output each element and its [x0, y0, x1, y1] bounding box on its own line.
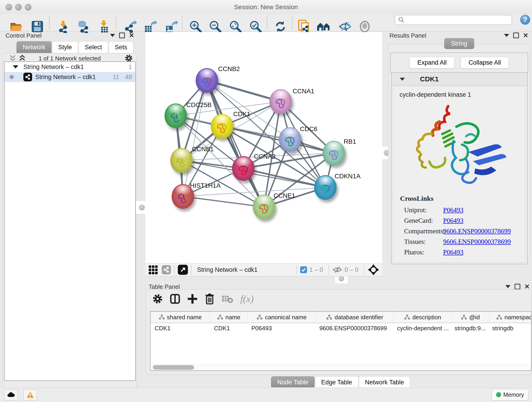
network-edge[interactable] — [183, 80, 207, 196]
panel-float-icon[interactable] — [110, 34, 115, 37]
zoom-fit-button[interactable] — [229, 20, 242, 34]
table-column-header[interactable]: shared name — [151, 312, 210, 323]
panel-close-icon[interactable]: ✕ — [129, 33, 134, 38]
network-node-CDC6[interactable] — [279, 127, 301, 152]
panel-maximize-icon[interactable] — [515, 284, 520, 289]
hide-selected-button[interactable] — [339, 21, 351, 33]
import-table-button[interactable] — [98, 20, 111, 34]
network-selection-row: 1 of 1 Network selected — [4, 54, 135, 62]
table-options-gear-icon[interactable] — [152, 294, 163, 304]
selected-checkbox-icon[interactable] — [300, 266, 307, 273]
memory-button[interactable]: Memory — [492, 389, 528, 400]
crosslink-link[interactable]: P06493 — [443, 249, 463, 256]
results-panel-tab-string[interactable]: String — [444, 38, 474, 49]
table-column-header[interactable]: @id — [452, 312, 489, 323]
panel-float-icon[interactable] — [505, 285, 510, 288]
panel-float-icon[interactable] — [504, 34, 509, 37]
network-node-CCNA2[interactable] — [232, 156, 254, 181]
table-panel-tab[interactable]: Edge Table — [315, 376, 358, 388]
create-column-plus-icon[interactable] — [187, 294, 198, 304]
control-panel-tab[interactable]: Select — [79, 41, 108, 53]
control-panel-tab[interactable]: Sets — [109, 41, 133, 53]
crosslink-link[interactable]: P06493 — [443, 206, 463, 214]
network-node-RB1[interactable] — [323, 141, 345, 166]
zoom-selected-button[interactable] — [249, 20, 262, 34]
crosslink-link[interactable]: P06493 — [443, 217, 463, 224]
network-node-CDKN1A[interactable] — [314, 175, 336, 200]
table-column-header[interactable]: description — [394, 312, 452, 323]
panel-maximize-icon[interactable] — [119, 32, 125, 38]
control-panel-tab[interactable]: Network — [17, 41, 51, 53]
fit-selected-crosshair-icon[interactable] — [367, 264, 380, 276]
table-cell[interactable]: P06493 — [247, 323, 315, 333]
scrollbar-thumb[interactable] — [153, 365, 194, 370]
table-column-header[interactable]: namespace — [489, 312, 532, 323]
table-cell[interactable]: 9606.ENSP00000378699 — [315, 323, 393, 333]
network-collection-row[interactable]: String Network – cdk1 1 — [5, 62, 135, 72]
apply-layout-button[interactable] — [274, 21, 286, 33]
section-collapse-icon[interactable] — [400, 78, 405, 81]
collection-expand-icon[interactable] — [13, 65, 18, 69]
network-node-CCNB2[interactable] — [196, 68, 218, 93]
panel-close-icon[interactable]: ✕ — [525, 284, 530, 289]
table-column-header[interactable]: name — [210, 312, 248, 323]
export-table-button[interactable] — [143, 20, 157, 34]
network-node-CCNE1[interactable] — [253, 195, 275, 219]
delete-table-icon[interactable] — [222, 294, 234, 304]
open-session-button[interactable] — [10, 21, 23, 33]
node-label-CDC6: CDC6 — [300, 125, 317, 133]
control-panel-tab[interactable]: Style — [52, 41, 78, 53]
import-network-from-database-button[interactable] — [76, 20, 91, 34]
warnings-button[interactable] — [23, 389, 37, 400]
table-cell[interactable]: CDK1 — [151, 323, 210, 333]
network-node-CCNA1[interactable] — [269, 89, 292, 114]
table-panel-tab[interactable]: Node Table — [271, 376, 315, 388]
table-cell[interactable]: cyclin-dependent ... — [393, 323, 450, 333]
table-row[interactable]: CDK1CDK1P064939606.ENSP00000378699cyclin… — [151, 323, 531, 333]
table-panel-tab[interactable]: Network Table — [359, 376, 410, 388]
birdseye-grid-icon[interactable] — [149, 265, 158, 274]
network-overview-button[interactable] — [317, 21, 331, 33]
node-result-header[interactable]: CDK1 — [392, 73, 527, 86]
crosslink-link[interactable]: 9606.ENSP00000378699 — [443, 238, 511, 245]
cloud-status-button[interactable] — [4, 389, 18, 400]
network-node-CCNB1[interactable] — [170, 148, 193, 173]
network-canvas[interactable]: CCNB2CCNA1CDC25BCDK1CDC6RB1CCNB1CCNA2CDK… — [146, 32, 382, 263]
panel-close-icon[interactable]: ✕ — [523, 33, 528, 38]
network-options-gear-icon[interactable] — [125, 54, 133, 62]
function-builder-button[interactable]: f(x) — [240, 293, 254, 304]
close-window-button[interactable] — [6, 4, 12, 11]
network-edge[interactable] — [183, 196, 264, 207]
export-image-button[interactable] — [165, 20, 178, 34]
zoom-in-button[interactable] — [189, 20, 202, 34]
table-column-header[interactable]: canonical name — [248, 312, 316, 323]
table-cell[interactable]: CDK1 — [210, 323, 247, 333]
panel-maximize-icon[interactable] — [513, 32, 519, 38]
save-session-button[interactable] — [32, 21, 43, 33]
network-node-CDK1[interactable] — [211, 114, 233, 139]
table-cell[interactable]: stringdb:9... — [450, 323, 488, 333]
houses-icon — [317, 21, 331, 32]
search-input[interactable] — [406, 17, 512, 23]
hidden-eye-slash-icon[interactable] — [332, 266, 342, 274]
minimize-window-button[interactable] — [15, 4, 22, 11]
table-column-header[interactable]: database identifier — [316, 312, 394, 323]
show-columns-icon[interactable] — [170, 294, 180, 304]
eye-gray-icon — [359, 21, 371, 32]
zoom-window-button[interactable] — [25, 4, 32, 11]
network-row[interactable]: String Network – cdk1 11 48 — [5, 72, 135, 82]
table-horizontal-scrollbar[interactable] — [151, 364, 531, 370]
table-cell[interactable]: stringdb — [488, 323, 532, 333]
network-node-CDC25B[interactable] — [165, 103, 187, 128]
crosslink-link[interactable]: 9606.ENSP00000378699 — [443, 227, 511, 235]
collapse-all-button[interactable]: Collapse All — [461, 57, 509, 69]
show-all-button[interactable] — [359, 21, 371, 33]
protein-squiggle-icon — [167, 108, 185, 124]
import-network-button[interactable] — [57, 20, 70, 34]
zoom-out-button[interactable] — [209, 20, 222, 34]
network-share-icon[interactable] — [162, 265, 171, 274]
expand-all-button[interactable]: Expand All — [409, 57, 455, 69]
help-button[interactable]: ? — [520, 15, 530, 25]
delete-column-trash-icon[interactable] — [205, 293, 215, 304]
open-in-window-icon[interactable] — [178, 265, 188, 275]
